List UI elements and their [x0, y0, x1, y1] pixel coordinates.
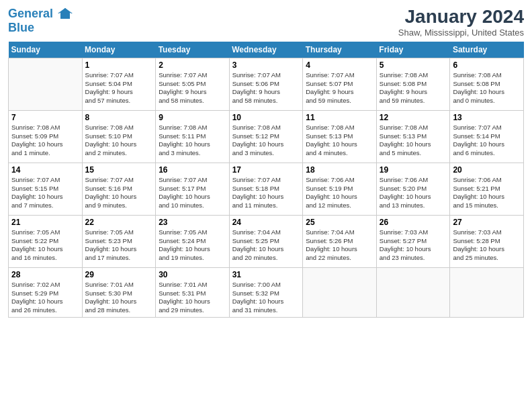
day-number: 13: [453, 113, 521, 122]
day-number: 30: [159, 270, 226, 279]
calendar-cell: 12Sunrise: 7:08 AMSunset: 5:13 PMDayligh…: [376, 110, 450, 163]
day-number: 16: [159, 165, 226, 175]
calendar-cell: 8Sunrise: 7:08 AMSunset: 5:10 PMDaylight…: [82, 110, 156, 163]
day-number: 11: [306, 113, 373, 122]
day-number: 10: [232, 113, 300, 122]
calendar-cell: 26Sunrise: 7:03 AMSunset: 5:27 PMDayligh…: [376, 215, 450, 267]
calendar-cell: 27Sunrise: 7:03 AMSunset: 5:28 PMDayligh…: [450, 215, 524, 267]
calendar-cell: 31Sunrise: 7:00 AMSunset: 5:32 PMDayligh…: [229, 267, 303, 317]
day-info: Sunrise: 7:05 AMSunset: 5:23 PMDaylight:…: [85, 228, 153, 263]
day-info: Sunrise: 7:07 AMSunset: 5:18 PMDaylight:…: [232, 176, 300, 210]
day-number: 17: [232, 165, 300, 175]
calendar-cell: 25Sunrise: 7:04 AMSunset: 5:26 PMDayligh…: [303, 215, 377, 267]
weekday-header-tuesday: Tuesday: [156, 42, 230, 58]
day-info: Sunrise: 7:07 AMSunset: 5:15 PMDaylight:…: [11, 176, 79, 210]
calendar-cell: 4Sunrise: 7:07 AMSunset: 5:07 PMDaylight…: [303, 58, 377, 110]
day-info: Sunrise: 7:08 AMSunset: 5:13 PMDaylight:…: [380, 124, 447, 158]
calendar-cell: 18Sunrise: 7:06 AMSunset: 5:19 PMDayligh…: [303, 163, 377, 215]
day-info: Sunrise: 7:01 AMSunset: 5:31 PMDaylight:…: [159, 281, 226, 315]
calendar-week-2: 7Sunrise: 7:08 AMSunset: 5:09 PMDaylight…: [9, 110, 524, 163]
day-info: Sunrise: 7:08 AMSunset: 5:11 PMDaylight:…: [159, 124, 226, 158]
day-number: 1: [85, 60, 153, 70]
day-info: Sunrise: 7:06 AMSunset: 5:20 PMDaylight:…: [380, 176, 447, 210]
weekday-header-friday: Friday: [376, 42, 450, 58]
weekday-header-row: SundayMondayTuesdayWednesdayThursdayFrid…: [9, 42, 524, 58]
calendar-cell: 2Sunrise: 7:07 AMSunset: 5:05 PMDaylight…: [156, 58, 230, 110]
weekday-header-sunday: Sunday: [9, 42, 83, 58]
calendar-table: SundayMondayTuesdayWednesdayThursdayFrid…: [8, 42, 524, 318]
calendar-cell: 9Sunrise: 7:08 AMSunset: 5:11 PMDaylight…: [156, 110, 230, 163]
day-number: 9: [159, 113, 226, 122]
day-number: 28: [11, 270, 79, 279]
weekday-header-wednesday: Wednesday: [229, 42, 303, 58]
day-number: 15: [85, 165, 153, 175]
weekday-header-monday: Monday: [82, 42, 156, 58]
day-info: Sunrise: 7:01 AMSunset: 5:30 PMDaylight:…: [85, 281, 153, 315]
calendar-cell: 16Sunrise: 7:07 AMSunset: 5:17 PMDayligh…: [156, 163, 230, 215]
title-section: January 2024 Shaw, Mississippi, United S…: [398, 7, 524, 38]
calendar-cell: 11Sunrise: 7:08 AMSunset: 5:13 PMDayligh…: [303, 110, 377, 163]
day-info: Sunrise: 7:07 AMSunset: 5:05 PMDaylight:…: [159, 71, 226, 105]
day-number: 20: [453, 165, 521, 175]
calendar-cell: [376, 267, 450, 317]
calendar-cell: 10Sunrise: 7:08 AMSunset: 5:12 PMDayligh…: [229, 110, 303, 163]
day-info: Sunrise: 7:02 AMSunset: 5:29 PMDaylight:…: [11, 281, 79, 315]
calendar-cell: 15Sunrise: 7:07 AMSunset: 5:16 PMDayligh…: [82, 163, 156, 215]
calendar-cell: 3Sunrise: 7:07 AMSunset: 5:06 PMDaylight…: [229, 58, 303, 110]
day-info: Sunrise: 7:07 AMSunset: 5:07 PMDaylight:…: [306, 71, 373, 105]
day-number: 27: [453, 218, 521, 227]
day-number: 4: [306, 60, 373, 70]
calendar-week-3: 14Sunrise: 7:07 AMSunset: 5:15 PMDayligh…: [9, 163, 524, 215]
weekday-header-saturday: Saturday: [450, 42, 524, 58]
day-number: 24: [232, 218, 300, 227]
day-info: Sunrise: 7:07 AMSunset: 5:16 PMDaylight:…: [85, 176, 153, 210]
calendar-cell: 22Sunrise: 7:05 AMSunset: 5:23 PMDayligh…: [82, 215, 156, 267]
calendar-cell: [303, 267, 377, 317]
calendar-header: General Blue January 2024 Shaw, Mississi…: [8, 7, 524, 38]
day-info: Sunrise: 7:00 AMSunset: 5:32 PMDaylight:…: [232, 281, 300, 315]
calendar-cell: 1Sunrise: 7:07 AMSunset: 5:04 PMDaylight…: [82, 58, 156, 110]
day-number: 29: [85, 270, 153, 279]
day-info: Sunrise: 7:08 AMSunset: 5:10 PMDaylight:…: [85, 124, 153, 158]
logo-text: General: [8, 7, 73, 21]
calendar-cell: [9, 58, 83, 110]
weekday-header-thursday: Thursday: [303, 42, 377, 58]
day-number: 23: [159, 218, 226, 227]
day-info: Sunrise: 7:07 AMSunset: 5:06 PMDaylight:…: [232, 71, 300, 105]
calendar-cell: 7Sunrise: 7:08 AMSunset: 5:09 PMDaylight…: [9, 110, 83, 163]
day-info: Sunrise: 7:05 AMSunset: 5:24 PMDaylight:…: [159, 228, 226, 263]
calendar-cell: [450, 267, 524, 317]
day-info: Sunrise: 7:04 AMSunset: 5:25 PMDaylight:…: [232, 228, 300, 263]
calendar-cell: 28Sunrise: 7:02 AMSunset: 5:29 PMDayligh…: [9, 267, 83, 317]
day-info: Sunrise: 7:03 AMSunset: 5:27 PMDaylight:…: [380, 228, 447, 263]
day-number: 31: [232, 270, 300, 279]
calendar-cell: 5Sunrise: 7:08 AMSunset: 5:08 PMDaylight…: [376, 58, 450, 110]
calendar-cell: 14Sunrise: 7:07 AMSunset: 5:15 PMDayligh…: [9, 163, 83, 215]
day-info: Sunrise: 7:06 AMSunset: 5:21 PMDaylight:…: [453, 176, 521, 210]
day-number: 5: [380, 60, 447, 70]
svg-marker-0: [60, 8, 70, 19]
day-number: 14: [11, 165, 79, 175]
calendar-cell: 19Sunrise: 7:06 AMSunset: 5:20 PMDayligh…: [376, 163, 450, 215]
calendar-title: January 2024: [398, 7, 524, 28]
calendar-cell: 30Sunrise: 7:01 AMSunset: 5:31 PMDayligh…: [156, 267, 230, 317]
day-info: Sunrise: 7:03 AMSunset: 5:28 PMDaylight:…: [453, 228, 521, 263]
day-info: Sunrise: 7:07 AMSunset: 5:04 PMDaylight:…: [85, 71, 153, 105]
logo-line2: Blue: [8, 21, 73, 35]
logo: General Blue: [8, 7, 73, 35]
calendar-cell: 6Sunrise: 7:08 AMSunset: 5:08 PMDaylight…: [450, 58, 524, 110]
calendar-week-1: 1Sunrise: 7:07 AMSunset: 5:04 PMDaylight…: [9, 58, 524, 110]
day-number: 7: [11, 113, 79, 122]
day-number: 26: [380, 218, 447, 227]
day-info: Sunrise: 7:08 AMSunset: 5:08 PMDaylight:…: [453, 71, 521, 105]
day-number: 18: [306, 165, 373, 175]
day-info: Sunrise: 7:08 AMSunset: 5:09 PMDaylight:…: [11, 124, 79, 158]
day-info: Sunrise: 7:08 AMSunset: 5:12 PMDaylight:…: [232, 124, 300, 158]
day-number: 12: [380, 113, 447, 122]
calendar-week-5: 28Sunrise: 7:02 AMSunset: 5:29 PMDayligh…: [9, 267, 524, 317]
day-info: Sunrise: 7:07 AMSunset: 5:17 PMDaylight:…: [159, 176, 226, 210]
day-info: Sunrise: 7:08 AMSunset: 5:13 PMDaylight:…: [306, 124, 373, 158]
calendar-cell: 29Sunrise: 7:01 AMSunset: 5:30 PMDayligh…: [82, 267, 156, 317]
day-info: Sunrise: 7:05 AMSunset: 5:22 PMDaylight:…: [11, 228, 79, 263]
calendar-cell: 13Sunrise: 7:07 AMSunset: 5:14 PMDayligh…: [450, 110, 524, 163]
